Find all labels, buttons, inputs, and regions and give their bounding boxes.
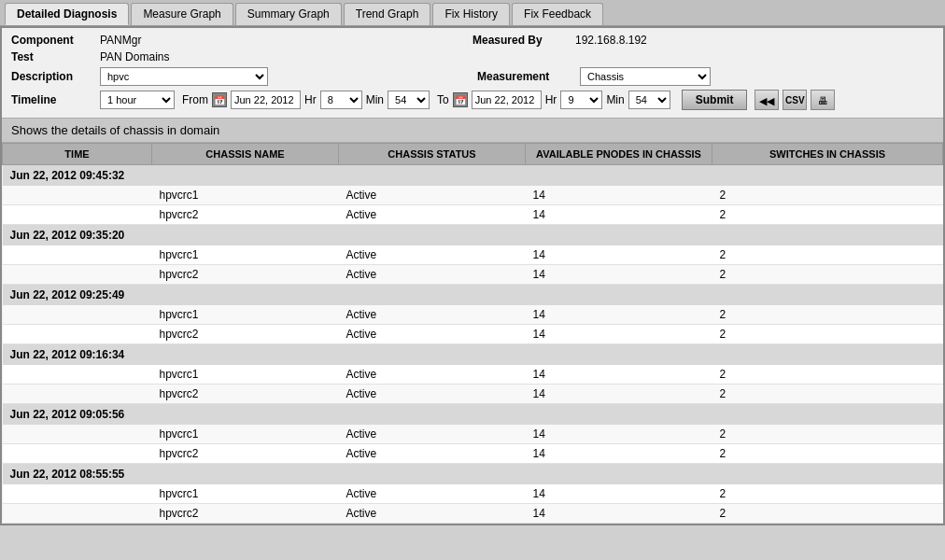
cell-time [3, 325, 152, 344]
csv-icon[interactable]: CSV [783, 90, 807, 110]
table-row: hpvcrc1Active142 [3, 365, 943, 385]
table-row: hpvcrc1Active142 [3, 186, 943, 205]
cell-switches: 2 [712, 444, 943, 464]
cell-available-pnodes: 14 [526, 484, 712, 504]
test-label: Test [11, 50, 100, 63]
cell-switches: 2 [712, 425, 943, 444]
table-row: hpvcrc1Active142 [3, 245, 943, 265]
measurement-label: Measurement [477, 70, 580, 83]
cell-chassis-status: Active [339, 484, 526, 504]
submit-button[interactable]: Submit [682, 90, 748, 110]
tab-fix-history[interactable]: Fix History [432, 3, 510, 25]
table-row: hpvcrc2Active142 [3, 325, 943, 344]
table-row: hpvcrc1Active142 [3, 305, 943, 325]
timeline-select[interactable]: 1 hour [100, 91, 175, 109]
cell-chassis-status: Active [339, 305, 526, 325]
time-group-row: Jun 22, 2012 09:25:49 [3, 285, 943, 306]
cell-switches: 2 [712, 186, 943, 205]
to-label: To [437, 93, 449, 106]
cell-chassis-status: Active [339, 365, 526, 385]
table-row: hpvcrc2Active142 [3, 265, 943, 285]
cell-chassis-status: Active [339, 205, 526, 225]
cell-chassis-name: hpvcrc2 [152, 444, 339, 464]
component-value: PANMgr [100, 34, 141, 47]
cell-switches: 2 [712, 365, 943, 385]
cell-switches: 2 [712, 205, 943, 225]
cell-available-pnodes: 14 [526, 325, 712, 344]
measured-by-value: 192.168.8.192 [575, 34, 647, 47]
from-min-select[interactable]: 54 [388, 91, 430, 109]
cell-chassis-status: Active [339, 186, 526, 205]
section-title: Shows the details of chassis in domain [2, 118, 943, 143]
cell-available-pnodes: 14 [526, 245, 712, 265]
cell-chassis-status: Active [339, 504, 526, 524]
desc-measurement-row: Description hpvc Measurement Chassis [11, 67, 934, 86]
tab-measure-graph[interactable]: Measure Graph [131, 3, 233, 25]
col-header-time: TIME [3, 144, 152, 165]
col-header-switches: SWITCHES IN CHASSIS [712, 144, 943, 165]
cell-chassis-name: hpvcrc1 [152, 305, 339, 325]
cell-time [3, 245, 152, 265]
from-min-label: Min [366, 93, 384, 106]
to-calendar-icon[interactable]: 📅 [453, 92, 468, 107]
time-group-row: Jun 22, 2012 09:05:56 [3, 404, 943, 426]
cell-available-pnodes: 14 [526, 385, 712, 404]
data-table: TIME CHASSIS NAME CHASSIS STATUS AVAILAB… [2, 143, 943, 524]
timeline-row: Timeline 1 hour From 📅 Hr 8 Min 54 [11, 90, 934, 110]
cell-chassis-name: hpvcrc1 [152, 186, 339, 205]
timeline-controls: 1 hour From 📅 Hr 8 Min 54 To 📅 [100, 90, 835, 110]
tab-detailed-diagnosis[interactable]: Detailed Diagnosis [5, 3, 129, 25]
cell-time [3, 385, 152, 404]
print-icon[interactable]: 🖶 [811, 90, 835, 110]
to-date-input[interactable] [472, 91, 542, 109]
table-row: hpvcrc1Active142 [3, 425, 943, 444]
cell-chassis-name: hpvcrc1 [152, 425, 339, 444]
table-body: Jun 22, 2012 09:45:32hpvcrc1Active142hpv… [3, 165, 943, 524]
cell-time [3, 365, 152, 385]
cell-chassis-name: hpvcrc2 [152, 265, 339, 285]
description-select[interactable]: hpvc [100, 67, 268, 86]
cell-switches: 2 [712, 305, 943, 325]
tab-trend-graph[interactable]: Trend Graph [344, 3, 431, 25]
table-row: hpvcrc2Active142 [3, 385, 943, 404]
cell-available-pnodes: 14 [526, 444, 712, 464]
cell-available-pnodes: 14 [526, 365, 712, 385]
time-group-row: Jun 22, 2012 09:16:34 [3, 344, 943, 366]
cell-switches: 2 [712, 245, 943, 265]
time-group-row: Jun 22, 2012 09:45:32 [3, 165, 943, 187]
cell-chassis-name: hpvcrc2 [152, 504, 339, 524]
cell-chassis-name: hpvcrc1 [152, 245, 339, 265]
cell-chassis-name: hpvcrc2 [152, 385, 339, 404]
cell-chassis-status: Active [339, 265, 526, 285]
cell-available-pnodes: 14 [526, 305, 712, 325]
cell-time [3, 305, 152, 325]
measurement-select[interactable]: Chassis [580, 67, 711, 86]
table-row: hpvcrc1Active142 [3, 484, 943, 504]
from-hr-select[interactable]: 8 [320, 91, 362, 109]
tab-summary-graph[interactable]: Summary Graph [235, 3, 342, 25]
table-row: hpvcrc2Active142 [3, 205, 943, 225]
test-value: PAN Domains [100, 50, 169, 63]
from-calendar-icon[interactable]: 📅 [212, 92, 227, 107]
col-header-chassis-name: CHASSIS NAME [152, 144, 339, 165]
cell-switches: 2 [712, 385, 943, 404]
cell-time [3, 186, 152, 205]
cell-time [3, 484, 152, 504]
cell-chassis-status: Active [339, 425, 526, 444]
cell-available-pnodes: 14 [526, 186, 712, 205]
measured-by-label: Measured By [472, 34, 575, 47]
col-header-chassis-status: CHASSIS STATUS [339, 144, 526, 165]
cell-time [3, 425, 152, 444]
to-hr-select[interactable]: 9 [560, 91, 602, 109]
description-label: Description [11, 70, 100, 83]
from-date-input[interactable] [231, 91, 301, 109]
tab-fix-feedback[interactable]: Fix Feedback [512, 3, 603, 25]
back-icon[interactable]: ◀◀ [755, 90, 779, 110]
to-min-label: Min [606, 93, 624, 106]
cell-chassis-name: hpvcrc1 [152, 484, 339, 504]
cell-chassis-status: Active [339, 245, 526, 265]
cell-chassis-name: hpvcrc2 [152, 205, 339, 225]
to-hr-label: Hr [545, 93, 557, 106]
to-min-select[interactable]: 54 [628, 91, 670, 109]
table-wrapper[interactable]: TIME CHASSIS NAME CHASSIS STATUS AVAILAB… [2, 143, 943, 524]
